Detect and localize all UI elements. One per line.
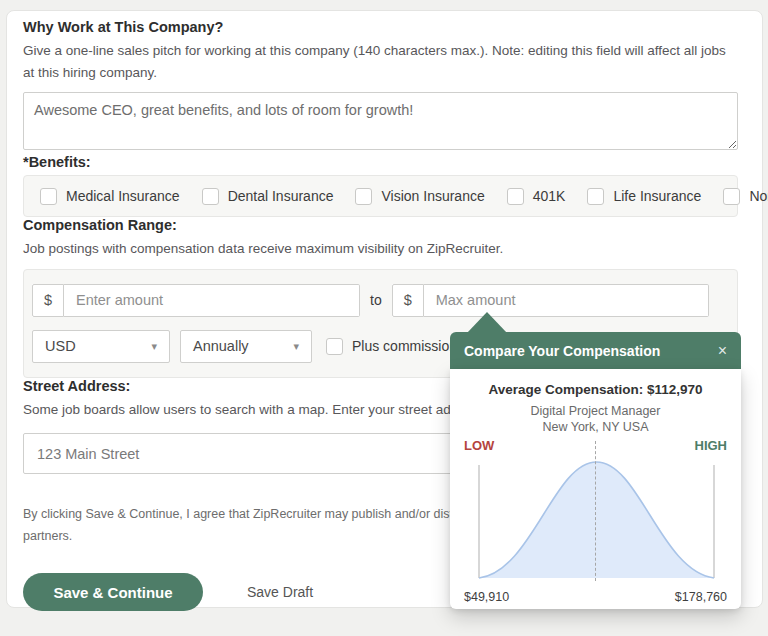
benefits-group: Medical Insurance Dental Insurance Visio… (23, 175, 738, 217)
pay-interval-select-value: Annually (193, 338, 249, 354)
popup-job-location: New York, NY USA (464, 420, 727, 434)
benefit-401k[interactable]: 401K (507, 188, 566, 205)
checkbox-icon[interactable] (507, 188, 524, 205)
currency-select[interactable]: USD ▾ (32, 330, 170, 363)
average-compensation-text: Average Compensation: $112,970 (464, 382, 727, 397)
average-marker-line (595, 441, 596, 581)
save-continue-button[interactable]: Save & Continue (23, 573, 203, 611)
benefit-medical-insurance[interactable]: Medical Insurance (40, 188, 180, 205)
company-pitch-textarea[interactable]: Awesome CEO, great benefits, and lots of… (23, 92, 738, 150)
why-work-description: Give a one-line sales pitch for working … (23, 40, 736, 83)
benefit-label: 401K (533, 188, 566, 204)
compensation-title: Compensation Range: (23, 217, 736, 233)
currency-select-value: USD (45, 338, 76, 354)
benefit-none-of-these[interactable]: None of These (723, 188, 768, 205)
popup-job-title: Digital Project Manager (464, 404, 727, 418)
high-label: HIGH (695, 438, 728, 453)
checkbox-icon[interactable] (723, 188, 740, 205)
min-amount-group: $ (32, 284, 360, 317)
why-work-title: Why Work at This Company? (23, 19, 736, 35)
min-compensation-value: $49,910 (464, 590, 509, 604)
popup-body: Average Compensation: $112,970 Digital P… (450, 369, 741, 609)
chevron-down-icon: ▾ (151, 340, 157, 353)
low-label: LOW (464, 438, 494, 453)
benefit-label: None of These (749, 188, 768, 204)
benefits-title: *Benefits: (23, 154, 736, 170)
compare-compensation-popup: Compare Your Compensation × Average Comp… (450, 311, 741, 609)
popup-title: Compare Your Compensation (464, 343, 660, 359)
pay-interval-select[interactable]: Annually ▾ (180, 330, 312, 363)
checkbox-icon[interactable] (202, 188, 219, 205)
benefit-label: Dental Insurance (228, 188, 334, 204)
close-icon[interactable]: × (718, 343, 727, 359)
compensation-description: Job postings with compensation data rece… (23, 238, 736, 260)
save-draft-button[interactable]: Save Draft (247, 584, 313, 600)
checkbox-icon[interactable] (587, 188, 604, 205)
benefit-life-insurance[interactable]: Life Insurance (587, 188, 701, 205)
popup-header: Compare Your Compensation × (450, 332, 741, 369)
dollar-sign-prefix: $ (32, 284, 64, 317)
dollar-sign-prefix: $ (392, 284, 424, 317)
checkbox-icon[interactable] (326, 338, 343, 355)
plus-commission-checkbox-item[interactable]: Plus commission (326, 338, 457, 355)
chart-range-values: $49,910 $178,760 (464, 590, 727, 604)
plus-commission-label: Plus commission (352, 338, 457, 354)
checkbox-icon[interactable] (40, 188, 57, 205)
popup-arrow-icon (467, 312, 507, 333)
chevron-down-icon: ▾ (293, 340, 299, 353)
benefit-dental-insurance[interactable]: Dental Insurance (202, 188, 334, 205)
benefit-label: Life Insurance (613, 188, 701, 204)
to-label: to (370, 292, 382, 308)
checkbox-icon[interactable] (355, 188, 372, 205)
compensation-distribution-chart: LOW HIGH $49,910 $178,760 (464, 438, 727, 604)
min-amount-input[interactable] (64, 284, 360, 317)
max-compensation-value: $178,760 (675, 590, 727, 604)
benefit-label: Medical Insurance (66, 188, 180, 204)
benefit-vision-insurance[interactable]: Vision Insurance (355, 188, 484, 205)
benefit-label: Vision Insurance (381, 188, 484, 204)
